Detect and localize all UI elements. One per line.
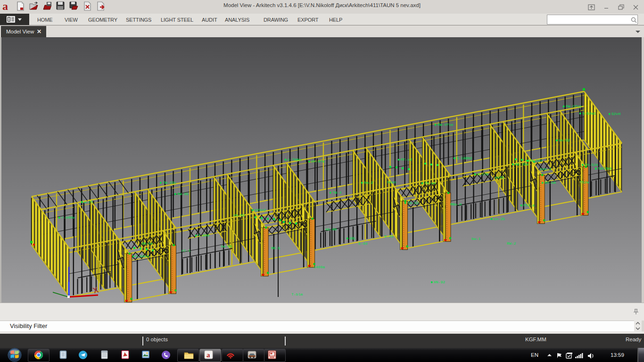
svg-text:S-52w1: S-52w1 <box>582 111 596 115</box>
svg-text:a: a <box>2 0 8 12</box>
svg-text:RW-2: RW-2 <box>507 241 516 246</box>
svg-text:Tn-52e: Tn-52e <box>585 163 598 167</box>
svg-text:S-IABN2: S-IABN2 <box>456 156 472 160</box>
svg-text:ct-1: ct-1 <box>182 248 190 253</box>
svg-text:GN-5e: GN-5e <box>141 241 153 246</box>
svg-text:5400a: 5400a <box>314 265 325 269</box>
svg-text:bw-1: bw-1 <box>471 237 480 241</box>
svg-text:P5I-a: P5I-a <box>523 203 535 207</box>
svg-text:RW-Cfxn: RW-Cfxn <box>566 104 582 108</box>
svg-text:TAC2b0: TAC2b0 <box>598 166 611 171</box>
svg-text:tw-05: tw-05 <box>221 244 232 248</box>
svg-text:S-0Avd: S-0Avd <box>135 254 149 258</box>
svg-text:HN-92: HN-92 <box>434 280 445 284</box>
svg-text:GBL: GBL <box>349 236 356 240</box>
svg-text:NV-bA: NV-bA <box>545 181 556 185</box>
svg-text:5b-52v: 5b-52v <box>529 158 543 163</box>
svg-text:r-b00v: r-b00v <box>61 215 75 220</box>
svg-text:vb-02: vb-02 <box>233 213 245 217</box>
svg-text:nve-2: nve-2 <box>540 167 551 171</box>
svg-text:w-25: w-25 <box>84 200 93 204</box>
svg-text:T-blm: T-blm <box>291 292 303 296</box>
svg-text:a: a <box>206 351 210 359</box>
svg-text:RT-x2: RT-x2 <box>401 157 412 162</box>
svg-text:RW-05: RW-05 <box>177 192 189 196</box>
svg-text:c-TWAm: c-TWAm <box>288 157 301 162</box>
svg-text:T52w: T52w <box>580 180 589 184</box>
svg-text:T-600: T-600 <box>198 233 209 238</box>
svg-text:kb-00: kb-00 <box>325 227 337 231</box>
svg-text:cn-25: cn-25 <box>494 217 505 221</box>
svg-text:hm-2: hm-2 <box>364 181 373 185</box>
svg-text:RW-Vfse: RW-Vfse <box>438 123 454 127</box>
svg-text:S-25: S-25 <box>384 234 393 239</box>
svg-text:bn-52: bn-52 <box>559 138 570 142</box>
svg-text:TW-4: TW-4 <box>332 190 341 195</box>
svg-text:eV25: eV25 <box>495 175 504 180</box>
svg-text:S2vH: S2vH <box>611 112 620 116</box>
svg-text:bVhc2: bVhc2 <box>255 208 266 212</box>
svg-text:TN-a4: TN-a4 <box>424 181 436 185</box>
svg-text:MR-5: MR-5 <box>271 246 280 250</box>
svg-text:MBn-H: MBn-H <box>450 202 462 206</box>
svg-text:TW-23c: TW-23c <box>163 181 176 185</box>
svg-text:5-dd: 5-dd <box>358 241 367 246</box>
svg-text:hben: hben <box>387 180 396 184</box>
svg-text:d-17b: d-17b <box>477 172 488 176</box>
svg-text:AB-35m: AB-35m <box>515 162 528 166</box>
svg-text:Tb-52: Tb-52 <box>407 201 419 205</box>
svg-text:HY-07e: HY-07e <box>311 159 325 164</box>
